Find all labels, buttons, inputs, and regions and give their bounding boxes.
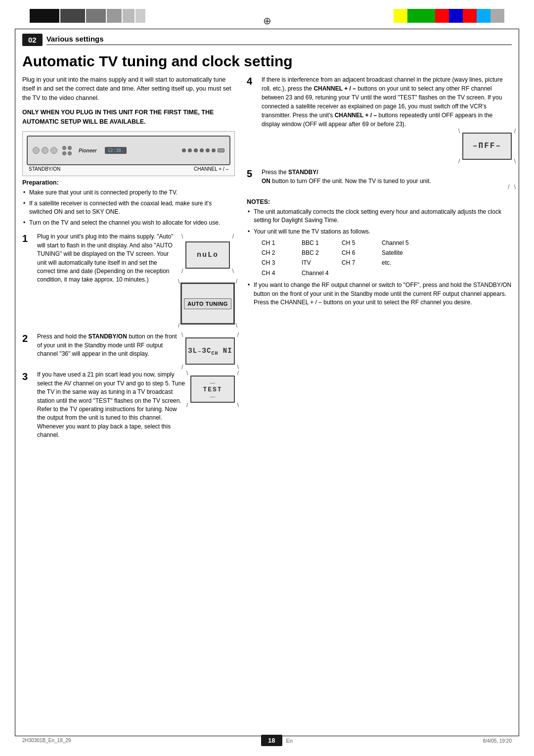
off-display-container: \ / –ПFF– / \ — [462, 133, 512, 160]
vcr-right-buttons — [182, 148, 224, 152]
ch3-label: CH 3 — [261, 258, 300, 268]
off-corner-tl: \ — [458, 127, 460, 136]
ch1-value: BBC 1 — [301, 238, 340, 248]
off-corner-bl: / — [458, 157, 460, 166]
off-chars: –ПFF– — [473, 140, 501, 152]
step-5: 5 Press the STANDBY/ ON button to turn O… — [247, 168, 512, 189]
step-1-number: 1 — [22, 233, 32, 244]
step-2: 2 Press and hold the STANDBY/ON button o… — [22, 332, 235, 365]
ch4-col4 — [381, 269, 420, 278]
ch6-label: CH 6 — [341, 248, 380, 258]
footer-right: 8/4/05, 19:20 — [483, 738, 512, 744]
prep-item-3: Turn on the TV and select the channel yo… — [22, 219, 235, 227]
channel-pm-label: CHANNEL + / – — [194, 166, 228, 172]
step-3-number: 3 — [22, 371, 32, 382]
ch4-value: Channel 4 — [301, 269, 340, 278]
seg-display-2: ЗL₋ЗCCH NI — [185, 337, 235, 365]
tv-screen: \ / / \ AUTO TUNING — [180, 283, 235, 325]
vcr-knob-3 — [50, 147, 57, 154]
off-corner-br: \ — [514, 157, 516, 166]
page-footer: 2H30301B_En_18_29 18 En 8/4/05, 19:20 — [22, 735, 512, 746]
footer-left: 2H30301B_En_18_29 — [22, 738, 71, 743]
ch2-value: BBC 2 — [301, 248, 340, 258]
step-2-text: Press and hold the STANDBY/ON button on … — [37, 332, 180, 358]
step-1-display: \ / nuLo / \ \ / / — [180, 233, 235, 327]
step-4-number: 4 — [247, 75, 257, 87]
vcr-body: Pioneer 12:38. — [27, 136, 230, 165]
left-column: Plug in your unit into the mains supply … — [22, 75, 235, 446]
step-2-bold: STANDBY/ON — [88, 333, 127, 340]
intro-text: Plug in your unit into the mains supply … — [22, 75, 235, 103]
ch7-value: etc. — [381, 258, 420, 268]
page-content: 02 Various settings Automatic TV tuning … — [22, 34, 512, 731]
right-column: 4 If there is interference from an adjac… — [247, 75, 512, 446]
step-2-display: \ / ЗL₋ЗCCH NI / \ — [185, 332, 235, 365]
top-color-bar — [394, 9, 504, 23]
ch4-col3 — [341, 269, 380, 278]
vcr-knob-1 — [33, 147, 40, 154]
notes-title: NOTES: — [247, 198, 512, 205]
vcr-logo: Pioneer — [79, 148, 97, 153]
vcr-knobs — [33, 147, 57, 154]
section-header: 02 Various settings — [22, 34, 512, 46]
ch1-label: CH 1 — [261, 238, 300, 248]
note-3: If you want to change the RF output chan… — [247, 281, 512, 307]
prep-item-2: If a satellite receiver is connected wit… — [22, 199, 235, 216]
preparation-list: Make sure that your unit is connected pr… — [22, 189, 235, 227]
step-4-displays: \ / –ПFF– / \ — [262, 133, 512, 160]
off-corner-tr: / — [514, 127, 516, 136]
vcr-labels: STANDBY/ON CHANNEL + / – — [27, 166, 230, 172]
corner-tr-1: / — [232, 233, 234, 240]
footer-language: En — [286, 738, 293, 744]
ch7-label: CH 7 — [341, 258, 380, 268]
channel-table: CH 1 BBC 1 CH 5 Channel 5 CH 2 BBC 2 CH … — [261, 238, 512, 279]
step-4: 4 If there is interference from an adjac… — [247, 75, 512, 160]
step-1-text: Plug in your unit's plug into the mains … — [37, 233, 176, 284]
section-number: 02 — [22, 34, 43, 46]
border-top — [15, 29, 519, 29]
doc-number: 2H30301B_En_18_29 — [22, 738, 71, 743]
preparation-title: Preparation: — [22, 179, 235, 186]
test-display: — TEST — — [190, 376, 235, 403]
step-2-number: 2 — [22, 332, 32, 344]
step-1: 1 Plug in your unit's plug into the main… — [22, 233, 235, 327]
vcr-image: Pioneer 12:38. STANDBY/ON CHANNEL + / – — [22, 131, 235, 176]
step-3-text: If you have used a 21 pin scart lead you… — [37, 371, 185, 439]
notes-section: NOTES: The unit automatically corrects t… — [247, 198, 512, 307]
main-two-col: Plug in your unit into the mains supply … — [22, 75, 512, 446]
section-title: Various settings — [46, 35, 512, 45]
note-1: The unit automatically corrects the cloc… — [247, 208, 512, 225]
standby-on-label: STANDBY/ON — [29, 166, 60, 172]
border-left — [15, 29, 15, 736]
test-label: TEST — [203, 386, 222, 393]
ch5-label: CH 5 — [341, 238, 380, 248]
step-3-display: \ / — TEST — / \ — [190, 371, 235, 403]
ch5-value: Channel 5 — [381, 238, 420, 248]
page-number-badge: 18 — [261, 735, 282, 746]
step-4-text: If there is interference from an adjacen… — [262, 75, 512, 160]
off-display: –ПFF– — [462, 133, 512, 160]
corner-tl-1: \ — [181, 233, 183, 240]
auto-tuning-label: AUTO TUNING — [184, 298, 231, 309]
step-5-number: 5 — [247, 168, 257, 180]
seg-chars-2: ЗL₋ЗCCH NI — [188, 346, 232, 356]
step-5-text: Press the STANDBY/ ON button to turn OFF… — [262, 168, 512, 189]
center-crosshair-top: ⊕ — [263, 15, 271, 27]
ch3-value: ITV — [301, 258, 340, 268]
top-pattern-bar — [30, 9, 145, 23]
ch2-label: CH 2 — [261, 248, 300, 258]
prep-item-1: Make sure that your unit is connected pr… — [22, 189, 235, 197]
ch6-value: Satellite — [381, 248, 420, 258]
border-right — [519, 29, 519, 736]
step-3: 3 If you have used a 21 pin scart lead y… — [22, 371, 235, 439]
note-2: Your unit will tune the TV stations as f… — [247, 228, 512, 278]
warning-text: ONLY WHEN YOU PLUG IN THIS UNIT FOR THE … — [22, 108, 235, 127]
notes-list: The unit automatically corrects the cloc… — [247, 208, 512, 307]
seg-display-1: nuLo — [185, 241, 230, 269]
vcr-display: 12:38. — [105, 147, 127, 154]
ch4-label: CH 4 — [261, 269, 300, 278]
test-chars: — TEST — — [203, 379, 222, 399]
seg-chars-1: nuLo — [197, 251, 219, 259]
corner-bl-1: / — [181, 268, 183, 275]
page-title: Automatic TV tuning and clock setting — [22, 53, 512, 70]
